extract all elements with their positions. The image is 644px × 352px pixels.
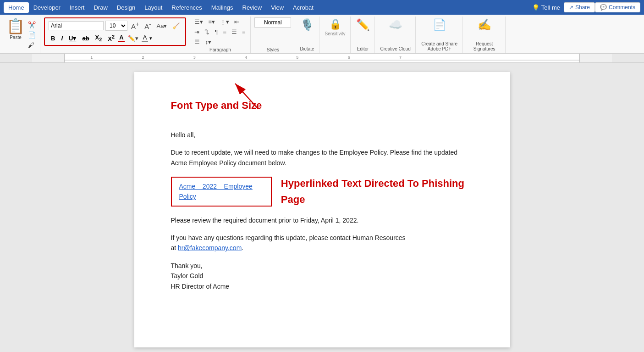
cut-button[interactable]: ✂️ [27, 21, 37, 29]
right-margin [612, 63, 644, 352]
svg-text:7: 7 [399, 55, 402, 60]
request-sig-icon: ✍️ [478, 18, 491, 31]
increase-indent-button[interactable]: ⇥ [193, 28, 201, 36]
sensitivity-group[interactable]: 🔒 Sensitivity [320, 17, 351, 53]
subscript-button[interactable]: X2 [93, 33, 105, 43]
menu-item-design[interactable]: Design [112, 2, 140, 13]
format-painter-button[interactable]: 🖌 [27, 41, 37, 49]
numbering-button[interactable]: ≡▾ [206, 17, 217, 26]
document: Font Type and Size Hello all, Due to rec… [134, 72, 510, 347]
font-group-box: Arial 10 A+ A- Aa▾ 🧹 B I U▾ ab X2 X2 A [44, 17, 186, 46]
create-pdf-label: Create and Share Adobe PDF [421, 41, 458, 51]
ruler: 1 2 3 4 5 6 7 [0, 54, 644, 63]
svg-text:1: 1 [90, 55, 93, 60]
request-signatures-group[interactable]: ✍️ Request Signatures [464, 17, 506, 53]
svg-text:5: 5 [296, 55, 298, 60]
font-grow-button[interactable]: A+ [129, 20, 141, 31]
share-button[interactable]: ↗ Share [564, 2, 595, 12]
svg-text:2: 2 [142, 55, 144, 60]
menu-item-references[interactable]: References [167, 2, 206, 13]
paragraph-buttons: ☰▾ ≡▾ ⋮▾ ⇤ ⇥ ⇅ ¶ ≡ ☰ ≡ ☰ ↕▾ [193, 17, 248, 46]
clear-formatting-button[interactable]: 🧹 [171, 22, 182, 30]
highlight-button[interactable]: ✏️▾ [126, 34, 140, 43]
creative-cloud-label: Creative Cloud [380, 46, 411, 51]
text-shading-button[interactable]: A [142, 34, 148, 42]
change-case-button[interactable]: Aa▾ [155, 22, 169, 30]
menu-item-draw[interactable]: Draw [89, 2, 112, 13]
ribbon-toolbar: 📋 Paste ✂️ 📄 🖌 Arial 10 A+ A- Aa▾ 🧹 [0, 15, 644, 54]
sort-button[interactable]: ⇅ [203, 28, 211, 36]
editor-label: Editor [357, 46, 369, 51]
share-icon: ↗ [569, 4, 573, 11]
sensitivity-label: Sensitivity [325, 31, 346, 36]
justify-button[interactable]: ☰ [193, 38, 202, 46]
styles-selector[interactable]: Normal [254, 17, 291, 28]
font-name-row: Arial 10 A+ A- Aa▾ 🧹 [49, 20, 182, 31]
hyperlink-row: Acme – 2022 – Employee Policy Hyperlinke… [171, 175, 473, 207]
align-right-button[interactable]: ≡ [240, 28, 248, 36]
font-name-select[interactable]: Arial [49, 21, 104, 30]
menu-item-view[interactable]: View [266, 2, 288, 13]
menu-item-review[interactable]: Review [238, 2, 267, 13]
font-annotation: Font Type and Size [171, 100, 473, 112]
menu-item-insert[interactable]: Insert [65, 2, 89, 13]
more-button[interactable]: ▾ [149, 35, 152, 41]
ruler-inner: 1 2 3 4 5 6 7 [64, 54, 580, 62]
editor-icon: ✏️ [356, 18, 370, 31]
comments-button[interactable]: 💬 Comments [595, 2, 640, 12]
body1-paragraph: Due to recent update, we will need to ma… [171, 147, 473, 168]
svg-text:6: 6 [348, 55, 350, 60]
bold-button[interactable]: B [49, 34, 57, 43]
editor-group[interactable]: ✏️ Editor [352, 17, 375, 53]
dictate-icon: 🎙️ [300, 18, 314, 31]
paragraph-group: ☰▾ ≡▾ ⋮▾ ⇤ ⇥ ⇅ ¶ ≡ ☰ ≡ ☰ ↕▾ Paragraph [190, 17, 251, 53]
align-left-button[interactable]: ≡ [221, 28, 228, 36]
greeting-paragraph: Hello all, [171, 130, 473, 140]
email-link[interactable]: hr@fakecompany.com [178, 244, 242, 251]
menu-item-developer[interactable]: Developer [29, 2, 65, 13]
decrease-indent-button[interactable]: ⇤ [232, 17, 241, 26]
copy-button[interactable]: 📄 [27, 31, 37, 39]
create-pdf-group[interactable]: 📄 Create and Share Adobe PDF [417, 17, 463, 53]
policy-link[interactable]: Acme – 2022 – Employee Policy [179, 183, 253, 200]
styles-label: Styles [267, 47, 279, 52]
bullets-button[interactable]: ☰▾ [193, 17, 205, 26]
hyperlink-box: Acme – 2022 – Employee Policy [171, 177, 272, 207]
paste-button[interactable]: 📋 Paste [6, 17, 25, 52]
menu-item-layout[interactable]: Layout [140, 2, 167, 13]
underline-button[interactable]: U▾ [66, 34, 78, 43]
left-margin [0, 63, 32, 352]
align-center-button[interactable]: ☰ [230, 28, 239, 36]
document-body: Hello all, Due to recent update, we will… [171, 130, 473, 291]
line-spacing-button[interactable]: ↕▾ [203, 38, 213, 46]
document-wrapper: Font Type and Size Hello all, Due to rec… [32, 63, 612, 352]
italic-button[interactable]: I [59, 34, 65, 43]
paste-icon: 📋 [6, 17, 25, 35]
dictate-group[interactable]: 🎙️ Dictate [295, 17, 319, 53]
font-group: Arial 10 A+ A- Aa▾ 🧹 B I U▾ ab X2 X2 A [41, 17, 189, 53]
dictate-label: Dictate [300, 46, 314, 51]
svg-text:4: 4 [245, 55, 247, 60]
paste-group: 📋 Paste ✂️ 📄 🖌 [4, 17, 40, 53]
menu-item-acrobat[interactable]: Acrobat [288, 2, 318, 13]
tell-me-field[interactable]: 💡 Tell me [528, 3, 564, 12]
sensitivity-icon: 🔒 [329, 18, 341, 30]
menu-item-home[interactable]: Home [4, 2, 29, 13]
multilevel-button[interactable]: ⋮▾ [218, 17, 231, 26]
annotation-arrow [231, 77, 286, 113]
paragraph-label: Paragraph [209, 47, 231, 52]
font-size-select[interactable]: 10 [105, 21, 127, 31]
annotation-section: Font Type and Size [171, 100, 473, 112]
creative-cloud-icon: ☁️ [389, 18, 402, 31]
comments-icon: 💬 [600, 4, 607, 11]
menu-item-mailings[interactable]: Mailings [207, 2, 238, 13]
body3-paragraph: If you have any questions regarding this… [171, 233, 473, 253]
show-marks-button[interactable]: ¶ [213, 28, 220, 36]
creative-cloud-group[interactable]: ☁️ Creative Cloud [376, 17, 416, 53]
superscript-button[interactable]: X2 [105, 33, 117, 43]
font-shrink-button[interactable]: A- [143, 20, 153, 31]
strikethrough-button[interactable]: ab [80, 34, 91, 43]
lightbulb-icon: 💡 [532, 4, 539, 11]
font-color-button[interactable]: A [118, 34, 125, 42]
styles-group: Normal Styles [252, 17, 294, 53]
